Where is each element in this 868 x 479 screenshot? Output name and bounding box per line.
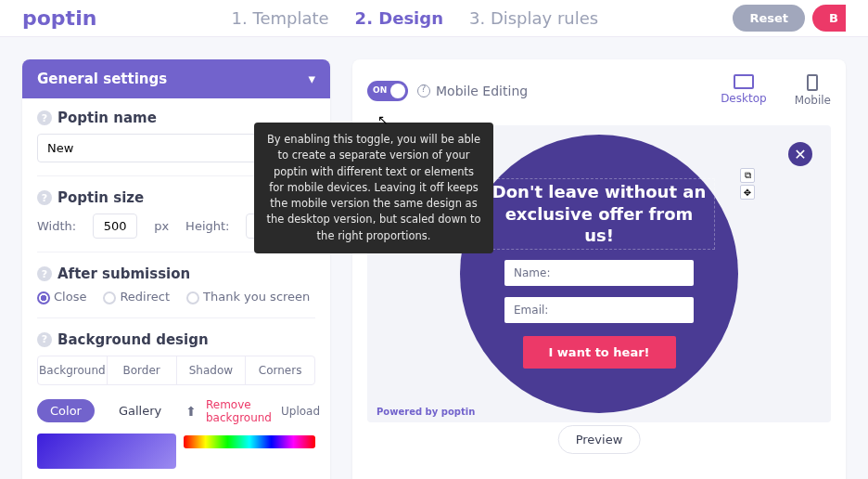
radio-redirect[interactable]: Redirect: [103, 290, 170, 304]
reset-button[interactable]: Reset: [733, 5, 805, 32]
tab-corners[interactable]: Corners: [246, 356, 314, 384]
step-display[interactable]: 3. Display rules: [469, 8, 598, 28]
label-background-design: Background design: [57, 331, 209, 348]
powered-by: Powered by poptin: [377, 407, 475, 417]
upload-icon[interactable]: ⬆: [185, 404, 197, 419]
chevron-down-icon: ▾: [308, 71, 315, 87]
label-poptin-size: Poptin size: [57, 189, 144, 206]
popup-cta-button[interactable]: I want to hear!: [523, 336, 676, 369]
height-label: Height:: [185, 219, 229, 233]
hue-slider[interactable]: [184, 435, 315, 448]
section-title: General settings: [37, 71, 167, 87]
tab-shadow[interactable]: Shadow: [177, 356, 247, 384]
mobile-icon: [807, 74, 818, 91]
toggle-knob: [390, 84, 405, 98]
width-input[interactable]: [93, 214, 137, 239]
bg-tabs: Background Border Shadow Corners: [37, 356, 315, 385]
tab-border[interactable]: Border: [108, 356, 177, 384]
move-handle-icon[interactable]: ✥: [740, 185, 755, 200]
wizard-steps: 1. Template 2. Design 3. Display rules: [96, 8, 733, 28]
upload-link[interactable]: Upload: [281, 405, 320, 418]
device-desktop[interactable]: Desktop: [721, 74, 767, 107]
copy-handle-icon[interactable]: ⧉: [740, 168, 755, 183]
tab-background[interactable]: Background: [38, 356, 108, 384]
popup-email-input[interactable]: Email:: [504, 297, 694, 323]
popup-name-input[interactable]: Name:: [504, 260, 694, 286]
mobile-editing-toggle[interactable]: ON: [367, 81, 408, 101]
help-icon[interactable]: ?: [37, 332, 52, 347]
close-popup-button[interactable]: ✕: [788, 142, 812, 166]
label-poptin-name: Poptin name: [57, 110, 157, 126]
help-icon[interactable]: ?: [37, 110, 52, 125]
info-icon[interactable]: [417, 84, 430, 97]
label-after-submission: After submission: [57, 265, 190, 282]
step-design[interactable]: 2. Design: [355, 8, 443, 28]
popup-element[interactable]: Don't leave without an exclusive offer f…: [460, 135, 738, 413]
radio-close[interactable]: Close: [37, 290, 86, 304]
device-mobile[interactable]: Mobile: [795, 74, 831, 107]
preview-button[interactable]: Preview: [558, 425, 641, 454]
element-handles[interactable]: ⧉ ✥: [740, 168, 755, 200]
width-unit: px: [154, 219, 169, 233]
pill-color[interactable]: Color: [37, 399, 95, 422]
tooltip: By enabling this toggle, you will be abl…: [254, 123, 493, 253]
mobile-editing-label: Mobile Editing: [436, 84, 528, 98]
width-label: Width:: [37, 219, 76, 233]
help-icon[interactable]: ?: [37, 190, 52, 205]
step-template[interactable]: 1. Template: [232, 8, 329, 28]
top-header: poptin 1. Template 2. Design 3. Display …: [0, 0, 868, 37]
desktop-icon: [734, 74, 754, 89]
toggle-on-label: ON: [373, 85, 387, 95]
general-settings-header[interactable]: General settings ▾: [22, 59, 330, 98]
pill-gallery[interactable]: Gallery: [106, 399, 174, 422]
logo: poptin: [22, 6, 96, 30]
color-picker-area[interactable]: [37, 434, 176, 469]
help-icon[interactable]: ?: [37, 266, 52, 281]
radio-thank-you[interactable]: Thank you screen: [186, 290, 310, 304]
publish-button[interactable]: B: [812, 5, 846, 32]
remove-background-link[interactable]: Remove background: [206, 398, 272, 425]
popup-headline[interactable]: Don't leave without an exclusive offer f…: [484, 179, 714, 248]
